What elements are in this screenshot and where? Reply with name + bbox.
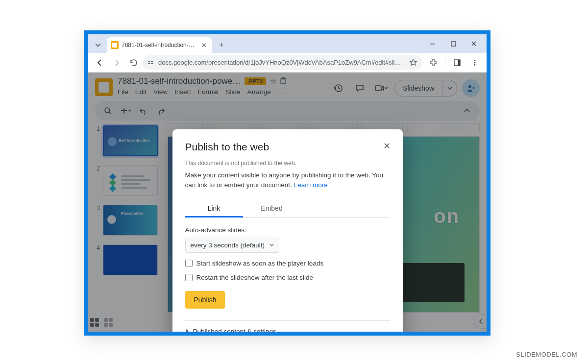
tab-close-button[interactable]: ✕ (200, 41, 208, 49)
bookmark-star-icon[interactable] (409, 58, 417, 67)
nav-forward-button[interactable] (109, 55, 124, 71)
svg-rect-7 (458, 60, 460, 66)
svg-rect-5 (151, 63, 153, 64)
svg-point-10 (474, 64, 476, 66)
autostart-checkbox-row[interactable]: Start slideshow as soon as the player lo… (185, 260, 390, 267)
dialog-title: Publish to the web (185, 141, 390, 153)
tab-link[interactable]: Link (185, 199, 243, 217)
kebab-menu-icon (471, 59, 478, 66)
publish-dialog: ✕ Publish to the web This document is no… (172, 129, 403, 332)
tab-embed[interactable]: Embed (243, 199, 301, 217)
svg-rect-2 (148, 61, 150, 62)
extensions-button[interactable] (425, 55, 441, 71)
watermark: SLIDEMODEL.COM (516, 351, 577, 358)
new-tab-button[interactable]: + (215, 38, 228, 52)
arrow-right-icon (112, 58, 121, 67)
maximize-icon (451, 41, 456, 47)
slides-app: 7881-01-self-introduction-powe… .PPTX ☆ … (88, 73, 487, 332)
publish-button[interactable]: Publish (185, 291, 225, 309)
arrow-left-icon (96, 58, 104, 67)
chevron-down-icon (95, 42, 101, 48)
url-text: docs.google.com/presentation/d/1joJvYHno… (158, 59, 405, 66)
window-maximize-button[interactable] (443, 36, 463, 51)
published-content-expander[interactable]: Published content & settings (185, 328, 390, 332)
tab-title: 7881-01-self-introduction-pow… (122, 42, 197, 49)
nav-reload-button[interactable] (125, 55, 141, 71)
sidepanel-button[interactable] (449, 55, 465, 71)
learn-more-link[interactable]: Learn more (294, 181, 328, 189)
dialog-description-text: Make your content visible to anyone by p… (185, 171, 384, 189)
url-bar[interactable]: docs.google.com/presentation/d/1joJvYHno… (142, 55, 422, 70)
autostart-label: Start slideshow as soon as the player lo… (196, 260, 324, 267)
extensions-icon (429, 58, 438, 67)
screenshot-frame: 7881-01-self-introduction-pow… ✕ + (84, 30, 490, 336)
sidepanel-icon (453, 59, 461, 67)
svg-point-8 (474, 60, 476, 61)
caret-right-icon (185, 329, 189, 332)
restart-label: Restart the slideshow after the last sli… (196, 274, 314, 281)
close-icon (471, 41, 477, 47)
browser-tab[interactable]: 7881-01-self-introduction-pow… ✕ (107, 37, 212, 53)
toolbar-divider (445, 58, 445, 67)
dialog-description: Make your content visible to anyone by p… (185, 170, 390, 191)
site-settings-icon (147, 59, 154, 66)
svg-rect-0 (430, 44, 435, 45)
reload-icon (129, 58, 138, 67)
svg-point-9 (474, 62, 476, 63)
publish-button-label: Publish (194, 296, 217, 304)
address-bar: docs.google.com/presentation/d/1joJvYHno… (88, 53, 487, 73)
auto-advance-value: every 3 seconds (default) (191, 242, 265, 249)
restart-checkbox-row[interactable]: Restart the slideshow after the last sli… (185, 274, 390, 281)
window-close-button[interactable] (464, 36, 484, 51)
svg-rect-4 (148, 63, 150, 64)
caret-down-icon (270, 243, 274, 247)
browser-window: 7881-01-self-introduction-pow… ✕ + (88, 34, 487, 332)
window-minimize-button[interactable] (423, 36, 442, 51)
svg-rect-3 (151, 61, 153, 62)
dialog-tabs: Link Embed (185, 199, 390, 218)
dialog-separator (185, 320, 390, 321)
nav-back-button[interactable] (92, 55, 108, 71)
minimize-icon (430, 41, 436, 47)
restart-checkbox[interactable] (185, 274, 193, 281)
autostart-checkbox[interactable] (185, 260, 193, 267)
svg-rect-1 (451, 42, 456, 46)
tab-strip: 7881-01-self-introduction-pow… ✕ + (88, 34, 487, 53)
chrome-menu-button[interactable] (467, 55, 483, 71)
published-content-label: Published content & settings (193, 328, 276, 332)
slides-favicon (111, 41, 119, 49)
publish-status-text: This document is not published to the we… (185, 160, 390, 167)
dialog-close-button[interactable]: ✕ (380, 139, 394, 153)
tab-search-dropdown[interactable] (91, 38, 105, 52)
auto-advance-select[interactable]: every 3 seconds (default) (185, 238, 280, 253)
auto-advance-label: Auto-advance slides: (185, 226, 390, 234)
